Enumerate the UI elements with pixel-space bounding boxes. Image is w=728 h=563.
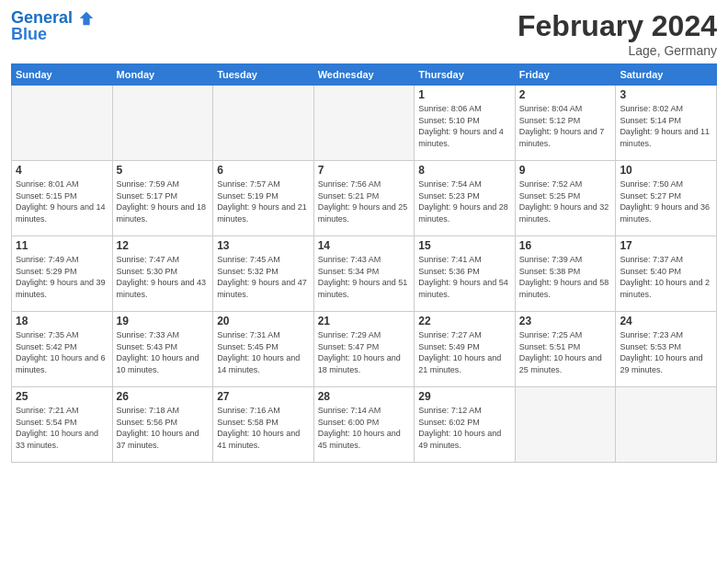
day-number: 6: [217, 164, 310, 177]
weekday-header: Saturday: [616, 64, 717, 86]
calendar-week-row: 25Sunrise: 7:21 AM Sunset: 5:54 PM Dayli…: [12, 387, 717, 463]
day-number: 19: [117, 315, 210, 327]
day-info: Sunrise: 7:14 AM Sunset: 6:00 PM Dayligh…: [318, 405, 411, 451]
day-info: Sunrise: 7:35 AM Sunset: 5:42 PM Dayligh…: [16, 329, 108, 375]
day-info: Sunrise: 7:47 AM Sunset: 5:30 PM Dayligh…: [117, 254, 210, 300]
calendar-cell: 3Sunrise: 8:02 AM Sunset: 5:14 PM Daylig…: [616, 86, 717, 161]
day-number: 23: [519, 315, 612, 327]
day-number: 2: [519, 88, 612, 101]
day-info: Sunrise: 7:57 AM Sunset: 5:19 PM Dayligh…: [217, 178, 310, 224]
day-number: 17: [620, 239, 712, 252]
weekday-header: Thursday: [415, 64, 516, 86]
calendar-cell: 7Sunrise: 7:56 AM Sunset: 5:21 PM Daylig…: [313, 161, 415, 236]
calendar-cell: [515, 387, 616, 463]
day-number: 1: [418, 88, 511, 101]
calendar-table: SundayMondayTuesdayWednesdayThursdayFrid…: [11, 63, 717, 463]
day-info: Sunrise: 7:16 AM Sunset: 5:58 PM Dayligh…: [217, 405, 310, 451]
day-number: 29: [418, 390, 511, 403]
calendar-cell: 14Sunrise: 7:43 AM Sunset: 5:34 PM Dayli…: [313, 236, 415, 312]
day-info: Sunrise: 7:52 AM Sunset: 5:25 PM Dayligh…: [519, 178, 612, 224]
calendar-cell: 15Sunrise: 7:41 AM Sunset: 5:36 PM Dayli…: [415, 236, 516, 312]
day-number: 25: [16, 390, 108, 403]
day-number: 22: [418, 315, 511, 327]
calendar-cell: 11Sunrise: 7:49 AM Sunset: 5:29 PM Dayli…: [12, 236, 113, 312]
calendar-cell: 28Sunrise: 7:14 AM Sunset: 6:00 PM Dayli…: [313, 387, 415, 463]
day-info: Sunrise: 7:41 AM Sunset: 5:36 PM Dayligh…: [418, 254, 511, 300]
svg-marker-0: [80, 12, 93, 25]
weekday-header: Monday: [112, 64, 213, 86]
calendar-cell: [112, 86, 213, 161]
day-number: 10: [620, 164, 712, 177]
day-info: Sunrise: 7:59 AM Sunset: 5:17 PM Dayligh…: [117, 178, 210, 224]
calendar-cell: 1Sunrise: 8:06 AM Sunset: 5:10 PM Daylig…: [415, 86, 516, 161]
day-info: Sunrise: 8:01 AM Sunset: 5:15 PM Dayligh…: [16, 178, 108, 224]
day-number: 15: [418, 239, 511, 252]
day-info: Sunrise: 7:39 AM Sunset: 5:38 PM Dayligh…: [519, 254, 612, 300]
day-number: 3: [620, 88, 712, 101]
day-info: Sunrise: 7:25 AM Sunset: 5:51 PM Dayligh…: [519, 329, 612, 375]
day-number: 27: [217, 390, 310, 403]
day-number: 28: [318, 390, 411, 403]
day-number: 14: [318, 239, 411, 252]
calendar-week-row: 1Sunrise: 8:06 AM Sunset: 5:10 PM Daylig…: [12, 86, 717, 161]
calendar-cell: 26Sunrise: 7:18 AM Sunset: 5:56 PM Dayli…: [112, 387, 213, 463]
calendar-cell: 19Sunrise: 7:33 AM Sunset: 5:43 PM Dayli…: [112, 312, 213, 387]
day-info: Sunrise: 7:49 AM Sunset: 5:29 PM Dayligh…: [16, 254, 108, 300]
day-number: 11: [16, 239, 108, 252]
calendar-cell: 13Sunrise: 7:45 AM Sunset: 5:32 PM Dayli…: [213, 236, 314, 312]
calendar-cell: 27Sunrise: 7:16 AM Sunset: 5:58 PM Dayli…: [213, 387, 314, 463]
calendar-cell: 12Sunrise: 7:47 AM Sunset: 5:30 PM Dayli…: [112, 236, 213, 312]
calendar-cell: 18Sunrise: 7:35 AM Sunset: 5:42 PM Dayli…: [12, 312, 113, 387]
day-number: 9: [519, 164, 612, 177]
day-info: Sunrise: 7:18 AM Sunset: 5:56 PM Dayligh…: [117, 405, 210, 451]
calendar-week-row: 4Sunrise: 8:01 AM Sunset: 5:15 PM Daylig…: [12, 161, 717, 236]
weekday-header-row: SundayMondayTuesdayWednesdayThursdayFrid…: [12, 64, 717, 86]
calendar-cell: 2Sunrise: 8:04 AM Sunset: 5:12 PM Daylig…: [515, 86, 616, 161]
title-block: February 2024 Lage, Germany: [518, 9, 717, 58]
day-number: 8: [418, 164, 511, 177]
calendar-cell: 16Sunrise: 7:39 AM Sunset: 5:38 PM Dayli…: [515, 236, 616, 312]
day-number: 4: [16, 164, 108, 177]
day-number: 20: [217, 315, 310, 327]
day-number: 7: [318, 164, 411, 177]
month-title: February 2024: [518, 9, 717, 43]
calendar-cell: [616, 387, 717, 463]
calendar-cell: 9Sunrise: 7:52 AM Sunset: 5:25 PM Daylig…: [515, 161, 616, 236]
day-number: 13: [217, 239, 310, 252]
calendar-cell: 20Sunrise: 7:31 AM Sunset: 5:45 PM Dayli…: [213, 312, 314, 387]
day-info: Sunrise: 7:45 AM Sunset: 5:32 PM Dayligh…: [217, 254, 310, 300]
day-number: 21: [318, 315, 411, 327]
weekday-header: Sunday: [12, 64, 113, 86]
calendar-cell: 24Sunrise: 7:23 AM Sunset: 5:53 PM Dayli…: [616, 312, 717, 387]
calendar-cell: 10Sunrise: 7:50 AM Sunset: 5:27 PM Dayli…: [616, 161, 717, 236]
calendar-cell: 4Sunrise: 8:01 AM Sunset: 5:15 PM Daylig…: [12, 161, 113, 236]
logo-text2: Blue: [11, 26, 47, 44]
calendar-cell: 21Sunrise: 7:29 AM Sunset: 5:47 PM Dayli…: [313, 312, 415, 387]
day-info: Sunrise: 7:27 AM Sunset: 5:49 PM Dayligh…: [418, 329, 511, 375]
day-info: Sunrise: 7:23 AM Sunset: 5:53 PM Dayligh…: [620, 329, 712, 375]
day-info: Sunrise: 7:50 AM Sunset: 5:27 PM Dayligh…: [620, 178, 712, 224]
day-info: Sunrise: 7:31 AM Sunset: 5:45 PM Dayligh…: [217, 329, 310, 375]
day-info: Sunrise: 7:33 AM Sunset: 5:43 PM Dayligh…: [117, 329, 210, 375]
calendar-cell: 23Sunrise: 7:25 AM Sunset: 5:51 PM Dayli…: [515, 312, 616, 387]
calendar-cell: 29Sunrise: 7:12 AM Sunset: 6:02 PM Dayli…: [415, 387, 516, 463]
page-container: General Blue February 2024 Lage, Germany…: [0, 0, 728, 468]
day-number: 12: [117, 239, 210, 252]
day-info: Sunrise: 8:04 AM Sunset: 5:12 PM Dayligh…: [519, 103, 612, 149]
day-info: Sunrise: 8:06 AM Sunset: 5:10 PM Dayligh…: [418, 103, 511, 149]
day-info: Sunrise: 7:29 AM Sunset: 5:47 PM Dayligh…: [318, 329, 411, 375]
calendar-cell: 5Sunrise: 7:59 AM Sunset: 5:17 PM Daylig…: [112, 161, 213, 236]
day-number: 16: [519, 239, 612, 252]
weekday-header: Friday: [515, 64, 616, 86]
day-number: 5: [117, 164, 210, 177]
day-info: Sunrise: 7:43 AM Sunset: 5:34 PM Dayligh…: [318, 254, 411, 300]
day-info: Sunrise: 8:02 AM Sunset: 5:14 PM Dayligh…: [620, 103, 712, 149]
weekday-header: Tuesday: [213, 64, 314, 86]
day-info: Sunrise: 7:56 AM Sunset: 5:21 PM Dayligh…: [318, 178, 411, 224]
day-number: 26: [117, 390, 210, 403]
calendar-cell: [313, 86, 415, 161]
weekday-header: Wednesday: [313, 64, 415, 86]
day-info: Sunrise: 7:37 AM Sunset: 5:40 PM Dayligh…: [620, 254, 712, 300]
day-number: 18: [16, 315, 108, 327]
day-info: Sunrise: 7:54 AM Sunset: 5:23 PM Dayligh…: [418, 178, 511, 224]
